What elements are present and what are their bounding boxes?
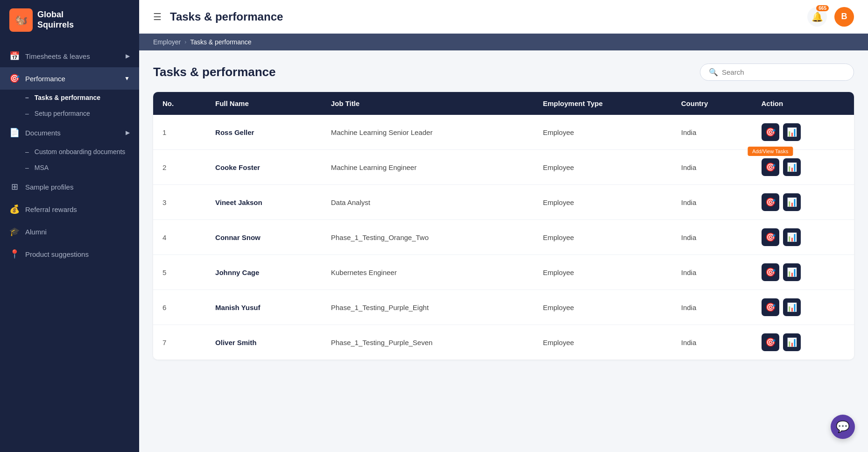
add-view-tasks-button[interactable]: 🎯 Add/View Tasks bbox=[762, 123, 779, 141]
search-input[interactable] bbox=[722, 68, 845, 76]
dash-icon: – bbox=[25, 164, 29, 171]
cell-name: Connar Snow bbox=[206, 220, 322, 255]
breadcrumb-current: Tasks & performance bbox=[190, 38, 252, 46]
add-view-tasks-button[interactable]: 🎯 bbox=[762, 333, 779, 351]
action-buttons: 🎯 📊 bbox=[762, 228, 845, 246]
cell-job: Phase_1_Testing_Purple_Seven bbox=[322, 325, 534, 360]
product-suggestions-icon: 📍 bbox=[9, 249, 20, 259]
cell-name: Johnny Cage bbox=[206, 255, 322, 290]
cell-job: Phase_1_Testing_Purple_Eight bbox=[322, 290, 534, 325]
col-action: Action bbox=[752, 92, 854, 115]
performance-submenu: – Tasks & performance – Setup performanc… bbox=[0, 90, 139, 121]
sidebar-item-product-suggestions[interactable]: 📍 Product suggestions bbox=[0, 243, 139, 265]
notification-badge: 665 bbox=[816, 5, 829, 11]
cell-no: 3 bbox=[153, 185, 206, 220]
sidebar-item-timesheets[interactable]: 📅 Timesheets & leaves ▶ bbox=[0, 45, 139, 67]
view-performance-button[interactable]: 📊 bbox=[783, 158, 801, 176]
sidebar-item-product-suggestions-label: Product suggestions bbox=[25, 250, 89, 258]
table-row: 6 Manish Yusuf Phase_1_Testing_Purple_Ei… bbox=[153, 290, 854, 325]
view-performance-button[interactable]: 📊 bbox=[783, 298, 801, 316]
cell-name: Vineet Jakson bbox=[206, 185, 322, 220]
add-view-tasks-button[interactable]: 🎯 bbox=[762, 228, 779, 246]
main-content: ☰ Tasks & performance 🔔 665 B Employer ›… bbox=[139, 0, 868, 452]
sidebar-item-referral-rewards[interactable]: 💰 Referral rewards bbox=[0, 198, 139, 220]
content-area: Tasks & performance 🔍 No. Full Name Job … bbox=[139, 50, 868, 452]
col-full-name: Full Name bbox=[206, 92, 322, 115]
cell-job: Kubernetes Engineer bbox=[322, 255, 534, 290]
sidebar-item-timesheets-label: Timesheets & leaves bbox=[25, 52, 90, 60]
view-performance-button[interactable]: 📊 bbox=[783, 123, 801, 141]
table-row: 3 Vineet Jakson Data Analyst Employee In… bbox=[153, 185, 854, 220]
notification-button[interactable]: 🔔 665 bbox=[807, 7, 827, 27]
user-initial: B bbox=[841, 12, 847, 21]
add-view-tasks-button[interactable]: 🎯 bbox=[762, 298, 779, 316]
sidebar-nav: 📅 Timesheets & leaves ▶ 🎯 Performance ▼ … bbox=[0, 40, 139, 452]
sidebar-logo[interactable]: 🐿️ GlobalSquirrels bbox=[0, 0, 139, 40]
action-buttons: 🎯 📊 bbox=[762, 263, 845, 281]
page-header: Tasks & performance 🔍 bbox=[153, 64, 854, 81]
cell-action: 🎯 📊 bbox=[752, 185, 854, 220]
sidebar-item-documents-label: Documents bbox=[25, 129, 61, 137]
custom-onboarding-label: Custom onboarding documents bbox=[35, 148, 126, 155]
cell-type: Employee bbox=[534, 115, 672, 150]
sidebar-item-alumni[interactable]: 🎓 Alumni bbox=[0, 220, 139, 243]
view-performance-button[interactable]: 📊 bbox=[783, 263, 801, 281]
chevron-right-icon: ▶ bbox=[126, 129, 130, 136]
cell-country: India bbox=[672, 185, 752, 220]
cell-action: 🎯 📊 bbox=[752, 325, 854, 360]
cell-type: Employee bbox=[534, 325, 672, 360]
action-buttons: 🎯 📊 bbox=[762, 298, 845, 316]
cell-no: 6 bbox=[153, 290, 206, 325]
sidebar-item-tasks-performance[interactable]: – Tasks & performance bbox=[25, 90, 139, 106]
cell-no: 1 bbox=[153, 115, 206, 150]
table-header-row: No. Full Name Job Title Employment Type … bbox=[153, 92, 854, 115]
cell-no: 7 bbox=[153, 325, 206, 360]
performance-icon: 🎯 bbox=[9, 73, 20, 84]
sidebar-item-msa[interactable]: – MSA bbox=[25, 160, 139, 176]
chat-fab-button[interactable]: 💬 bbox=[831, 415, 855, 439]
add-view-tasks-button[interactable]: 🎯 bbox=[762, 158, 779, 176]
cell-country: India bbox=[672, 290, 752, 325]
cell-action: 🎯 Add/View Tasks 📊 bbox=[752, 115, 854, 150]
cell-no: 2 bbox=[153, 150, 206, 185]
cell-no: 4 bbox=[153, 220, 206, 255]
chevron-right-icon: ▶ bbox=[126, 53, 130, 59]
documents-submenu: – Custom onboarding documents – MSA bbox=[0, 144, 139, 176]
cell-type: Employee bbox=[534, 255, 672, 290]
setup-performance-label: Setup performance bbox=[35, 110, 90, 117]
menu-icon[interactable]: ☰ bbox=[153, 11, 162, 22]
add-view-tasks-button[interactable]: 🎯 bbox=[762, 263, 779, 281]
sidebar-item-referral-rewards-label: Referral rewards bbox=[25, 205, 77, 213]
cell-job: Machine Learning Senior Leader bbox=[322, 115, 534, 150]
sidebar-item-setup-performance[interactable]: – Setup performance bbox=[25, 106, 139, 121]
breadcrumb-separator: › bbox=[184, 39, 186, 45]
search-icon: 🔍 bbox=[709, 68, 718, 77]
col-employment-type: Employment Type bbox=[534, 92, 672, 115]
cell-action: 🎯 📊 bbox=[752, 290, 854, 325]
cell-type: Employee bbox=[534, 185, 672, 220]
view-performance-button[interactable]: 📊 bbox=[783, 228, 801, 246]
view-performance-button[interactable]: 📊 bbox=[783, 193, 801, 211]
view-performance-button[interactable]: 📊 bbox=[783, 333, 801, 351]
page-title: Tasks & performance bbox=[153, 65, 276, 79]
col-job-title: Job Title bbox=[322, 92, 534, 115]
col-no: No. bbox=[153, 92, 206, 115]
add-view-tasks-button[interactable]: 🎯 bbox=[762, 193, 779, 211]
sidebar-item-sample-profiles[interactable]: ⊞ Sample profiles bbox=[0, 176, 139, 198]
cell-name: Ross Geller bbox=[206, 115, 322, 150]
action-buttons: 🎯 📊 bbox=[762, 158, 845, 176]
action-buttons: 🎯 📊 bbox=[762, 333, 845, 351]
timesheets-icon: 📅 bbox=[9, 51, 20, 61]
sidebar-item-custom-onboarding[interactable]: – Custom onboarding documents bbox=[25, 144, 139, 160]
cell-country: India bbox=[672, 325, 752, 360]
user-avatar[interactable]: B bbox=[834, 7, 854, 27]
sidebar-item-documents[interactable]: 📄 Documents ▶ bbox=[0, 121, 139, 144]
breadcrumb-parent[interactable]: Employer bbox=[153, 38, 181, 46]
cell-type: Employee bbox=[534, 150, 672, 185]
documents-icon: 📄 bbox=[9, 127, 20, 138]
topbar: ☰ Tasks & performance 🔔 665 B bbox=[139, 0, 868, 34]
tasks-performance-table: No. Full Name Job Title Employment Type … bbox=[153, 92, 854, 360]
cell-type: Employee bbox=[534, 290, 672, 325]
sidebar-item-performance[interactable]: 🎯 Performance ▼ bbox=[0, 67, 139, 90]
table-row: 5 Johnny Cage Kubernetes Engineer Employ… bbox=[153, 255, 854, 290]
